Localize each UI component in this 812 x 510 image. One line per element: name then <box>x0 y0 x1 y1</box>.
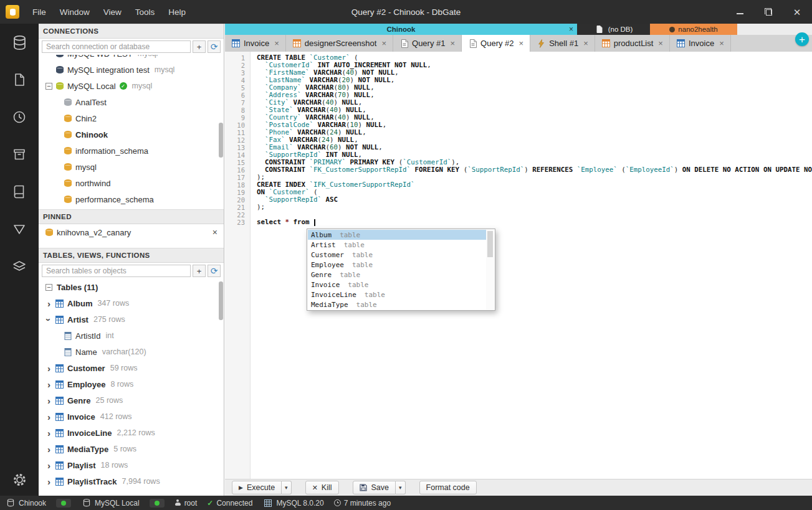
autocomplete-item-mediatype[interactable]: MediaTypetable <box>308 300 494 309</box>
connection-item-information-schema[interactable]: information_schema <box>39 143 224 159</box>
menu-tools[interactable]: Tools <box>128 7 162 17</box>
autocomplete-item-invoice[interactable]: Invoicetable <box>308 280 494 290</box>
tables-search-input[interactable] <box>42 265 191 277</box>
unpin-close-icon[interactable]: × <box>213 227 217 237</box>
autocomplete-item-employee[interactable]: Employeetable <box>308 260 494 270</box>
new-tab-button[interactable]: + <box>795 32 809 46</box>
connection-color-button[interactable] <box>56 499 71 508</box>
refresh-connections-icon[interactable]: ⟳ <box>208 40 221 53</box>
statusbar-user[interactable]: root <box>174 499 198 508</box>
tree-group-tables[interactable]: −Tables (11) <box>39 279 224 295</box>
execute-button[interactable]: ▶Execute <box>232 481 282 494</box>
execute-dropdown-button[interactable]: ▾ <box>282 481 292 494</box>
connection-item-mysql-wd-test[interactable]: MySQL WD TESTmysql <box>39 55 224 62</box>
chevron-right-icon[interactable]: › <box>47 477 50 486</box>
pinned-item-knihovna-v2-canary[interactable]: knihovna_v2_canary× <box>39 224 224 240</box>
tab-close-icon[interactable]: × <box>519 39 524 48</box>
table-item-artist[interactable]: ›Artist275 rows <box>39 311 224 328</box>
tabgroup-chinook[interactable]: Chinook× <box>225 24 577 35</box>
connection-item-performance-schema[interactable]: performance_schema <box>39 191 224 207</box>
table-item-invoiceline[interactable]: ›InvoiceLine2,212 rows <box>39 425 224 441</box>
autocomplete-item-album[interactable]: Albumtable <box>308 230 494 240</box>
connection-item-chin2[interactable]: Chin2 <box>39 110 224 126</box>
column-item-artistid[interactable]: ArtistIdint <box>39 328 224 344</box>
tab-shell-1[interactable]: Shell #1× <box>530 35 595 52</box>
chevron-right-icon[interactable]: › <box>47 445 50 454</box>
tabgroup-close-icon[interactable]: × <box>569 25 573 34</box>
connection-item-northwind[interactable]: northwind <box>39 175 224 191</box>
connection-item-mysql-local[interactable]: −MySQL Local✓mysql <box>39 78 224 94</box>
tab-close-icon[interactable]: × <box>583 39 588 48</box>
save-button[interactable]: Save <box>353 481 396 494</box>
tab-close-icon[interactable]: × <box>381 39 386 48</box>
menu-window[interactable]: Window <box>53 7 97 17</box>
archive-icon[interactable] <box>0 136 39 173</box>
table-item-employee[interactable]: ›Employee8 rows <box>39 376 224 392</box>
chevron-right-icon[interactable]: › <box>47 299 50 308</box>
tab-invoice[interactable]: Invoice× <box>225 35 286 52</box>
add-table-button[interactable]: + <box>193 265 206 277</box>
statusbar-database[interactable]: Chinook <box>5 499 46 508</box>
tab-invoice[interactable]: Invoice× <box>670 35 731 52</box>
book-icon[interactable] <box>0 173 39 210</box>
scrollbar-thumb[interactable] <box>219 281 223 320</box>
restore-button[interactable] <box>763 7 773 17</box>
table-item-playlist[interactable]: ›Playlist18 rows <box>39 457 224 473</box>
chevron-right-icon[interactable]: › <box>47 364 50 373</box>
collapse-expander-icon[interactable]: − <box>45 284 52 291</box>
layers-icon[interactable] <box>0 248 39 285</box>
scrollbar-thumb[interactable] <box>219 123 223 158</box>
chevron-right-icon[interactable]: › <box>47 396 50 405</box>
tabgroup-no-db[interactable]: (no DB) <box>577 24 650 35</box>
autocomplete-item-genre[interactable]: Genretable <box>308 270 494 280</box>
tab-close-icon[interactable]: × <box>274 39 279 48</box>
save-dropdown-button[interactable]: ▾ <box>396 481 406 494</box>
tab-close-icon[interactable]: × <box>451 39 456 48</box>
statusbar-connection[interactable]: MySQL Local <box>81 499 140 508</box>
collapse-expander-icon[interactable]: − <box>45 83 52 90</box>
chevron-right-icon[interactable]: › <box>47 461 50 470</box>
tab-close-icon[interactable]: × <box>719 39 724 48</box>
table-item-genre[interactable]: ›Genre25 rows <box>39 392 224 408</box>
scrollbar-thumb[interactable] <box>487 231 493 257</box>
menu-file[interactable]: File <box>26 7 53 17</box>
autocomplete-item-artist[interactable]: Artisttable <box>308 240 494 250</box>
tab-designerscreenshot[interactable]: designerScreenshot× <box>286 35 393 52</box>
tabgroup-nano2health[interactable]: nano2health <box>650 24 737 35</box>
chevron-right-icon[interactable]: › <box>47 380 50 389</box>
add-connection-button[interactable]: + <box>193 40 206 53</box>
format-code-button[interactable]: Format code <box>419 481 477 494</box>
autocomplete-item-invoiceline[interactable]: InvoiceLinetable <box>308 290 494 300</box>
history-icon[interactable] <box>0 98 39 136</box>
autocomplete-item-customer[interactable]: Customertable <box>308 250 494 260</box>
close-button[interactable]: ✕ <box>792 7 802 17</box>
chevron-down-icon[interactable]: › <box>44 318 54 321</box>
menu-view[interactable]: View <box>97 7 128 17</box>
funnel-icon[interactable] <box>0 210 39 248</box>
autocomplete-scrollbar[interactable] <box>486 230 494 309</box>
table-item-customer[interactable]: ›Customer59 rows <box>39 360 224 376</box>
refresh-tables-icon[interactable]: ⟳ <box>208 265 221 277</box>
database-icon[interactable] <box>0 24 39 61</box>
connection-item-chinook[interactable]: Chinook <box>39 126 224 143</box>
column-item-name[interactable]: Namevarchar(120) <box>39 344 224 360</box>
connection-item-mysql[interactable]: mysql <box>39 159 224 175</box>
chevron-right-icon[interactable]: › <box>47 412 50 422</box>
connection-color-button[interactable] <box>150 499 165 508</box>
table-item-invoice[interactable]: ›Invoice412 rows <box>39 408 224 425</box>
table-item-album[interactable]: ›Album347 rows <box>39 295 224 311</box>
connection-item-mysql-integration-test[interactable]: MySQL integration testmysql <box>39 62 224 78</box>
table-item-playlisttrack[interactable]: ›PlaylistTrack7,994 rows <box>39 473 224 489</box>
tab-query-2[interactable]: Query #2× <box>462 35 530 52</box>
kill-button[interactable]: ✕Kill <box>305 481 339 494</box>
table-item-mediatype[interactable]: ›MediaType5 rows <box>39 441 224 457</box>
tab-close-icon[interactable]: × <box>658 39 663 48</box>
connection-search-input[interactable] <box>42 40 191 53</box>
minimize-button[interactable] <box>735 7 745 17</box>
tab-query-1[interactable]: Query #1× <box>393 35 462 52</box>
connection-item-analtest[interactable]: AnalTest <box>39 94 224 110</box>
file-icon[interactable] <box>0 61 39 98</box>
tab-productlist[interactable]: productList× <box>595 35 670 52</box>
menu-help[interactable]: Help <box>161 7 193 17</box>
chevron-right-icon[interactable]: › <box>47 428 50 438</box>
